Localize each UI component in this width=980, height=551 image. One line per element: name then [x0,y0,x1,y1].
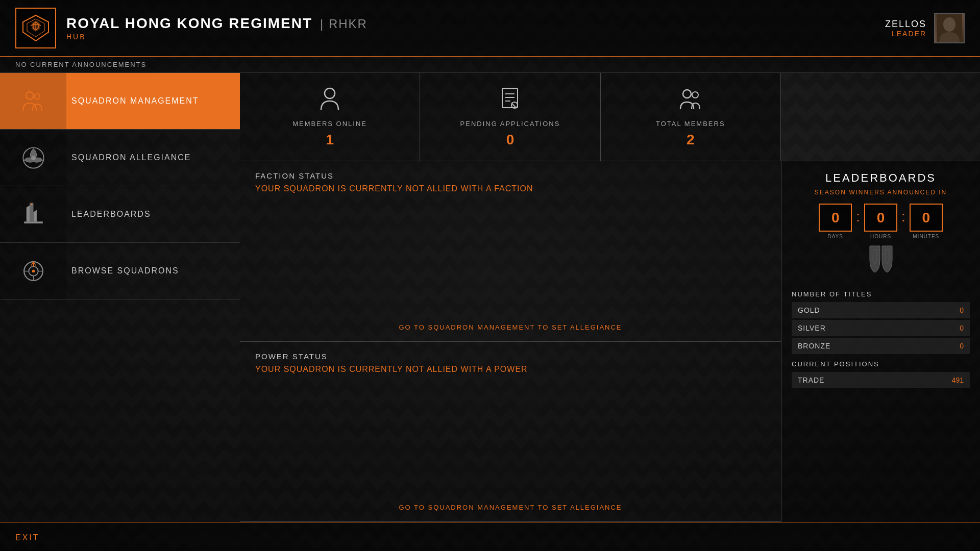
header: ROYAL HONG KONG REGIMENT | RHKR HUB ZELL… [0,0,980,57]
power-status-title: POWER STATUS [255,352,766,361]
svg-rect-11 [24,221,43,223]
lb-gold-row: GOLD 0 [792,302,970,318]
lb-gold-value: 0 [960,306,964,314]
lb-trade-row: TRADE 491 [792,372,970,388]
sidebar-item-leaderboards-label: LEADERBOARDS [66,210,151,219]
pending-apps-label: PENDING APPLICATIONS [460,120,560,128]
lb-silver-value: 0 [960,324,964,332]
sidebar-item-browse-squadrons-label: BROWSE SQUADRONS [66,266,179,276]
faction-status-title: FACTION STATUS [255,171,766,180]
faction-status-panel: FACTION STATUS YOUR SQUADRON IS CURRENTL… [240,161,781,342]
total-members-label: TOTAL MEMBERS [656,120,725,128]
pending-apps-icon [497,86,523,113]
exit-button[interactable]: EXIT [15,533,40,542]
timer-days-block: 0 DAYS [819,204,852,239]
lb-bronze-value: 0 [960,342,964,350]
timer-days-value: 0 [819,204,852,232]
timer-hours-value: 0 [864,204,897,232]
squadron-management-icon [0,73,66,129]
stat-spacer [781,73,980,161]
lb-trade-value: 491 [952,376,964,384]
members-online-label: MEMBERS ONLINE [292,120,367,128]
user-role: LEADER [885,30,926,38]
user-info: ZELLOS LEADER [885,19,926,38]
timer-minutes-label: MINUTES [913,234,939,239]
trophy-icon [861,242,901,283]
timer-sep-2: : [901,209,905,225]
members-online-icon [317,86,342,113]
svg-point-6 [34,93,40,99]
squadron-name: ROYAL HONG KONG REGIMENT [66,15,312,32]
timer-minutes-value: 0 [910,204,943,232]
svg-point-26 [692,92,698,98]
announcement-text: NO CURRENT ANNOUNCEMENTS [15,61,146,68]
status-panels: FACTION STATUS YOUR SQUADRON IS CURRENTL… [240,161,781,522]
announcement-bar: NO CURRENT ANNOUNCEMENTS [0,57,980,73]
trophy-area [792,242,970,283]
svg-point-14 [32,269,35,272]
stats-row: MEMBERS ONLINE 1 [240,73,980,161]
lb-bronze-row: BRONZE 0 [792,338,970,354]
svg-rect-9 [30,203,33,221]
sidebar-item-leaderboards[interactable]: LEADERBOARDS [0,186,240,243]
total-members-value: 2 [687,132,695,148]
stat-pending-applications: PENDING APPLICATIONS 0 [420,73,600,161]
lower-area: FACTION STATUS YOUR SQUADRON IS CURRENTL… [240,161,980,522]
members-online-value: 1 [326,132,334,148]
faction-status-message: YOUR SQUADRON IS CURRENTLY NOT ALLIED WI… [255,184,766,193]
hub-label: HUB [66,33,368,41]
power-status-panel: POWER STATUS YOUR SQUADRON IS CURRENTLY … [240,342,781,522]
sidebar-item-squadron-management[interactable]: SQUADRON MANAGEMENT [0,73,240,130]
avatar-image [935,14,964,42]
svg-point-8 [31,155,35,160]
timer-hours-label: HOURS [870,234,891,239]
browse-squadrons-icon [0,243,66,299]
leaderboards-icon [0,186,66,242]
avatar [934,13,965,43]
leaderboards-title: LEADERBOARDS [792,171,970,185]
timer-container: 0 DAYS : 0 HOURS : 0 MINUTES [792,204,970,239]
lb-number-of-titles-label: NUMBER OF TITLES [792,290,970,298]
sidebar-item-browse-squadrons[interactable]: BROWSE SQUADRONS [0,243,240,299]
leaderboards-panel: LEADERBOARDS SEASON WINNERS ANNOUNCED IN… [781,161,980,522]
right-panel: MEMBERS ONLINE 1 [240,73,980,522]
faction-status-content: FACTION STATUS YOUR SQUADRON IS CURRENTL… [255,171,766,193]
main-content: SQUADRON MANAGEMENT SQUADRON ALLEGIANCE [0,73,980,522]
sidebar-item-squadron-management-label: SQUADRON MANAGEMENT [66,96,199,106]
power-status-message: YOUR SQUADRON IS CURRENTLY NOT ALLIED WI… [255,365,766,374]
svg-rect-10 [31,204,33,205]
svg-point-5 [26,92,33,99]
svg-point-4 [943,17,955,32]
header-right: ZELLOS LEADER [885,13,965,43]
timer-sep-1: : [856,209,860,225]
squadron-logo-icon [20,13,51,43]
squadron-tag: | RHKR [320,17,368,31]
sidebar-item-squadron-allegiance-label: SQUADRON ALLEGIANCE [66,153,191,162]
timer-days-label: DAYS [827,234,843,239]
lb-silver-row: SILVER 0 [792,320,970,336]
squadron-logo [15,8,56,48]
lb-silver-label: SILVER [798,324,826,332]
stat-members-online: MEMBERS ONLINE 1 [240,73,420,161]
timer-minutes-block: 0 MINUTES [910,204,943,239]
pending-apps-value: 0 [506,132,514,148]
faction-status-action[interactable]: GO TO SQUADRON MANAGEMENT TO SET ALLEGIA… [399,323,622,331]
stat-total-members: TOTAL MEMBERS 2 [601,73,781,161]
total-members-icon [678,86,703,113]
leaderboards-season-label: SEASON WINNERS ANNOUNCED IN [792,189,970,196]
header-left: ROYAL HONG KONG REGIMENT | RHKR HUB [15,8,368,48]
svg-point-19 [325,88,335,98]
lb-current-positions-label: CURRENT POSITIONS [792,360,970,368]
power-status-action[interactable]: GO TO SQUADRON MANAGEMENT TO SET ALLEGIA… [399,504,622,511]
lb-trade-label: TRADE [798,376,824,384]
power-status-content: POWER STATUS YOUR SQUADRON IS CURRENTLY … [255,352,766,374]
timer-hours-block: 0 HOURS [864,204,897,239]
svg-point-25 [683,90,691,98]
footer: EXIT [0,522,980,551]
squadron-name-row: ROYAL HONG KONG REGIMENT | RHKR [66,15,368,32]
sidebar: SQUADRON MANAGEMENT SQUADRON ALLEGIANCE [0,73,240,522]
sidebar-item-squadron-allegiance[interactable]: SQUADRON ALLEGIANCE [0,130,240,186]
lb-gold-label: GOLD [798,306,820,314]
squadron-allegiance-icon [0,130,66,186]
lb-bronze-label: BRONZE [798,342,830,350]
